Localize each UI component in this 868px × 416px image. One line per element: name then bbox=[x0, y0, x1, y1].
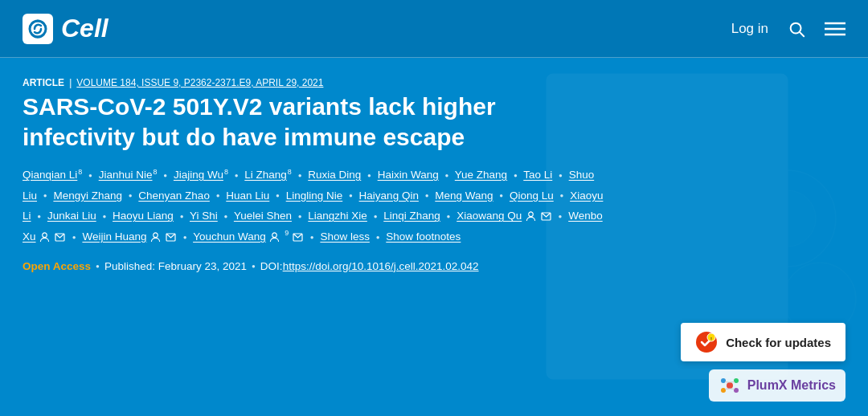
svg-line-30 bbox=[725, 382, 730, 383]
header-nav: Log in bbox=[731, 20, 845, 38]
author-qianqian-li[interactable]: Qianqian Li bbox=[23, 169, 77, 181]
svg-rect-13 bbox=[651, 186, 747, 259]
svg-point-20 bbox=[272, 233, 277, 238]
check-updates-label: Check for updates bbox=[726, 336, 831, 349]
plumx-container[interactable]: PlumX Metrics bbox=[709, 369, 845, 402]
author-junkai-liu[interactable]: Junkai Liu bbox=[47, 210, 96, 222]
open-access-badge: Open Access bbox=[23, 260, 91, 272]
svg-text:!: ! bbox=[710, 336, 712, 341]
plumx-metrics[interactable]: PlumX Metrics bbox=[709, 369, 845, 402]
volume-info-link[interactable]: VOLUME 184, ISSUE 9, P2362-2371.E9, APRI… bbox=[76, 77, 323, 88]
plumx-label: PlumX Metrics bbox=[747, 378, 836, 393]
header: Cell Log in bbox=[0, 0, 868, 58]
author-xiaowang-qu[interactable]: Xiaowang Qu bbox=[457, 210, 522, 222]
author-yi-shi[interactable]: Yi Shi bbox=[190, 210, 218, 222]
author-haoyu-liang[interactable]: Haoyu Liang bbox=[113, 210, 174, 222]
svg-point-29 bbox=[734, 388, 739, 393]
svg-point-10 bbox=[760, 190, 816, 247]
svg-rect-6 bbox=[563, 106, 772, 122]
author-youchun-wang[interactable]: Youchun Wang bbox=[193, 230, 266, 243]
authors-block: Qianqian Li8 ● Jianhui Nie8 ● Jiajing Wu… bbox=[23, 165, 609, 247]
login-button[interactable]: Log in bbox=[731, 21, 768, 37]
author-mengyi-zhang[interactable]: Mengyi Zhang bbox=[53, 190, 122, 202]
svg-point-12 bbox=[571, 291, 619, 339]
svg-line-1 bbox=[800, 32, 804, 36]
article-title: SARS-CoV-2 501Y.V2 variants lack higher … bbox=[23, 92, 609, 152]
author-lingling-nie[interactable]: Lingling Nie bbox=[286, 190, 343, 202]
published-label: Published: February 23, 2021 bbox=[104, 260, 247, 272]
svg-point-27 bbox=[734, 378, 739, 383]
svg-point-16 bbox=[43, 233, 47, 238]
svg-line-31 bbox=[730, 382, 735, 383]
svg-line-33 bbox=[730, 389, 735, 389]
svg-point-18 bbox=[154, 233, 158, 238]
logo-text: Cell bbox=[61, 14, 108, 43]
main-content: ARTICLE | VOLUME 184, ISSUE 9, P2362-237… bbox=[0, 58, 868, 416]
search-icon[interactable] bbox=[788, 20, 805, 38]
svg-point-26 bbox=[721, 378, 726, 383]
author-chenyan-zhao[interactable]: Chenyan Zhao bbox=[138, 190, 210, 202]
logo-icon bbox=[23, 14, 53, 44]
svg-rect-7 bbox=[563, 130, 723, 141]
author-meng-wang[interactable]: Meng Wang bbox=[435, 190, 493, 202]
author-weijin-huang[interactable]: Weijin Huang bbox=[82, 230, 146, 243]
doi-link[interactable]: https://doi.org/10.1016/j.cell.2021.02.0… bbox=[283, 260, 479, 272]
svg-point-25 bbox=[727, 382, 733, 389]
svg-line-32 bbox=[725, 389, 730, 389]
background-illustration bbox=[530, 58, 868, 416]
show-footnotes-button[interactable]: Show footnotes bbox=[386, 230, 461, 243]
menu-icon[interactable] bbox=[825, 20, 845, 38]
author-jiajing-wu[interactable]: Jiajing Wu bbox=[174, 169, 223, 181]
author-liangzhi-xie[interactable]: Liangzhi Xie bbox=[308, 210, 367, 222]
svg-rect-8 bbox=[563, 148, 747, 159]
show-less-button[interactable]: Show less bbox=[320, 230, 370, 243]
doi-label: DOI: bbox=[260, 260, 283, 272]
article-type: ARTICLE bbox=[23, 77, 64, 88]
author-haixin-wang[interactable]: Haixin Wang bbox=[378, 169, 439, 181]
check-for-updates-button[interactable]: ! Check for updates bbox=[681, 323, 845, 361]
check-updates-icon: ! bbox=[695, 331, 718, 353]
author-li-zhang[interactable]: Li Zhang bbox=[244, 169, 287, 181]
logo[interactable]: Cell bbox=[23, 14, 108, 44]
svg-point-28 bbox=[721, 388, 726, 393]
author-haiyang-qin[interactable]: Haiyang Qin bbox=[359, 190, 419, 202]
author-yuelei-shen[interactable]: Yuelei Shen bbox=[234, 210, 292, 222]
author-ruxia-ding[interactable]: Ruxia Ding bbox=[308, 169, 361, 181]
author-jianhui-nie[interactable]: Jianhui Nie bbox=[99, 169, 153, 181]
author-yue-zhang[interactable]: Yue Zhang bbox=[455, 169, 507, 181]
author-huan-liu[interactable]: Huan Liu bbox=[226, 190, 269, 202]
author-linqi-zhang[interactable]: Linqi Zhang bbox=[383, 210, 440, 222]
